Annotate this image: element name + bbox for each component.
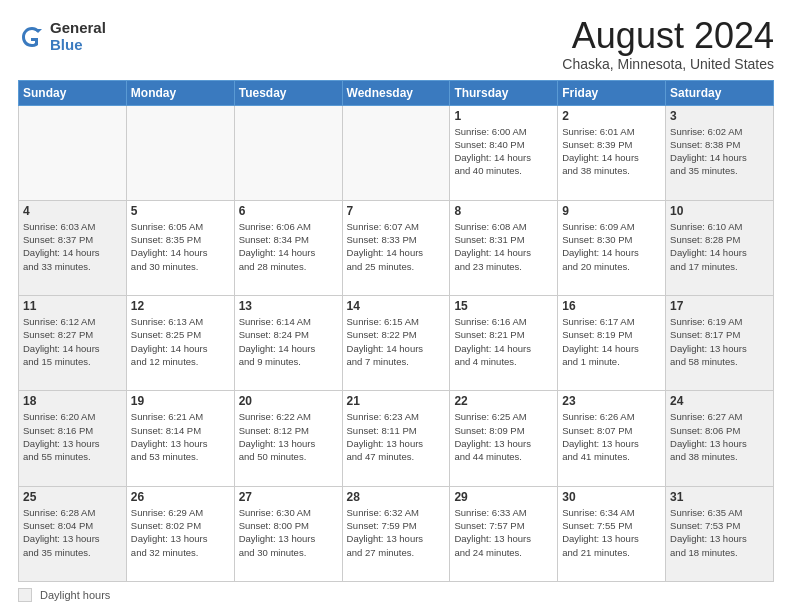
day-info: Sunrise: 6:35 AM Sunset: 7:53 PM Dayligh… xyxy=(670,506,769,559)
header-row: SundayMondayTuesdayWednesdayThursdayFrid… xyxy=(19,80,774,105)
day-info: Sunrise: 6:23 AM Sunset: 8:11 PM Dayligh… xyxy=(347,410,446,463)
calendar-cell: 1Sunrise: 6:00 AM Sunset: 8:40 PM Daylig… xyxy=(450,105,558,200)
calendar-cell: 24Sunrise: 6:27 AM Sunset: 8:06 PM Dayli… xyxy=(666,391,774,486)
day-info: Sunrise: 6:09 AM Sunset: 8:30 PM Dayligh… xyxy=(562,220,661,273)
day-number: 5 xyxy=(131,204,230,218)
day-number: 8 xyxy=(454,204,553,218)
calendar-cell: 21Sunrise: 6:23 AM Sunset: 8:11 PM Dayli… xyxy=(342,391,450,486)
week-row-3: 18Sunrise: 6:20 AM Sunset: 8:16 PM Dayli… xyxy=(19,391,774,486)
calendar-cell: 13Sunrise: 6:14 AM Sunset: 8:24 PM Dayli… xyxy=(234,296,342,391)
page: General Blue August 2024 Chaska, Minneso… xyxy=(0,0,792,612)
day-number: 6 xyxy=(239,204,338,218)
day-info: Sunrise: 6:01 AM Sunset: 8:39 PM Dayligh… xyxy=(562,125,661,178)
calendar-cell: 29Sunrise: 6:33 AM Sunset: 7:57 PM Dayli… xyxy=(450,486,558,581)
logo-blue-text: Blue xyxy=(50,37,106,54)
title-block: August 2024 Chaska, Minnesota, United St… xyxy=(562,16,774,72)
week-row-4: 25Sunrise: 6:28 AM Sunset: 8:04 PM Dayli… xyxy=(19,486,774,581)
calendar-cell: 23Sunrise: 6:26 AM Sunset: 8:07 PM Dayli… xyxy=(558,391,666,486)
calendar-cell: 18Sunrise: 6:20 AM Sunset: 8:16 PM Dayli… xyxy=(19,391,127,486)
logo-icon xyxy=(18,23,46,51)
day-info: Sunrise: 6:34 AM Sunset: 7:55 PM Dayligh… xyxy=(562,506,661,559)
subtitle: Chaska, Minnesota, United States xyxy=(562,56,774,72)
calendar-cell: 4Sunrise: 6:03 AM Sunset: 8:37 PM Daylig… xyxy=(19,200,127,295)
day-info: Sunrise: 6:16 AM Sunset: 8:21 PM Dayligh… xyxy=(454,315,553,368)
day-number: 26 xyxy=(131,490,230,504)
day-number: 22 xyxy=(454,394,553,408)
calendar-cell: 9Sunrise: 6:09 AM Sunset: 8:30 PM Daylig… xyxy=(558,200,666,295)
day-number: 4 xyxy=(23,204,122,218)
day-number: 10 xyxy=(670,204,769,218)
col-header-sunday: Sunday xyxy=(19,80,127,105)
day-info: Sunrise: 6:10 AM Sunset: 8:28 PM Dayligh… xyxy=(670,220,769,273)
calendar-cell xyxy=(234,105,342,200)
logo-general-text: General xyxy=(50,20,106,37)
day-info: Sunrise: 6:06 AM Sunset: 8:34 PM Dayligh… xyxy=(239,220,338,273)
logo: General Blue xyxy=(18,20,106,53)
day-number: 2 xyxy=(562,109,661,123)
day-info: Sunrise: 6:03 AM Sunset: 8:37 PM Dayligh… xyxy=(23,220,122,273)
day-number: 24 xyxy=(670,394,769,408)
day-number: 14 xyxy=(347,299,446,313)
legend-label: Daylight hours xyxy=(40,589,110,601)
day-info: Sunrise: 6:19 AM Sunset: 8:17 PM Dayligh… xyxy=(670,315,769,368)
day-info: Sunrise: 6:22 AM Sunset: 8:12 PM Dayligh… xyxy=(239,410,338,463)
day-number: 9 xyxy=(562,204,661,218)
calendar-cell: 14Sunrise: 6:15 AM Sunset: 8:22 PM Dayli… xyxy=(342,296,450,391)
day-info: Sunrise: 6:27 AM Sunset: 8:06 PM Dayligh… xyxy=(670,410,769,463)
week-row-0: 1Sunrise: 6:00 AM Sunset: 8:40 PM Daylig… xyxy=(19,105,774,200)
day-number: 30 xyxy=(562,490,661,504)
calendar-cell: 31Sunrise: 6:35 AM Sunset: 7:53 PM Dayli… xyxy=(666,486,774,581)
calendar-cell: 3Sunrise: 6:02 AM Sunset: 8:38 PM Daylig… xyxy=(666,105,774,200)
week-row-1: 4Sunrise: 6:03 AM Sunset: 8:37 PM Daylig… xyxy=(19,200,774,295)
day-number: 21 xyxy=(347,394,446,408)
calendar-cell xyxy=(19,105,127,200)
day-number: 13 xyxy=(239,299,338,313)
day-info: Sunrise: 6:30 AM Sunset: 8:00 PM Dayligh… xyxy=(239,506,338,559)
calendar-cell: 19Sunrise: 6:21 AM Sunset: 8:14 PM Dayli… xyxy=(126,391,234,486)
calendar-header: SundayMondayTuesdayWednesdayThursdayFrid… xyxy=(19,80,774,105)
col-header-wednesday: Wednesday xyxy=(342,80,450,105)
calendar-cell: 6Sunrise: 6:06 AM Sunset: 8:34 PM Daylig… xyxy=(234,200,342,295)
day-info: Sunrise: 6:29 AM Sunset: 8:02 PM Dayligh… xyxy=(131,506,230,559)
day-info: Sunrise: 6:17 AM Sunset: 8:19 PM Dayligh… xyxy=(562,315,661,368)
calendar-cell: 25Sunrise: 6:28 AM Sunset: 8:04 PM Dayli… xyxy=(19,486,127,581)
calendar-cell xyxy=(342,105,450,200)
day-number: 17 xyxy=(670,299,769,313)
day-number: 18 xyxy=(23,394,122,408)
calendar-cell: 27Sunrise: 6:30 AM Sunset: 8:00 PM Dayli… xyxy=(234,486,342,581)
day-number: 7 xyxy=(347,204,446,218)
day-number: 3 xyxy=(670,109,769,123)
day-number: 15 xyxy=(454,299,553,313)
header: General Blue August 2024 Chaska, Minneso… xyxy=(18,16,774,72)
day-info: Sunrise: 6:14 AM Sunset: 8:24 PM Dayligh… xyxy=(239,315,338,368)
calendar-cell: 2Sunrise: 6:01 AM Sunset: 8:39 PM Daylig… xyxy=(558,105,666,200)
day-info: Sunrise: 6:28 AM Sunset: 8:04 PM Dayligh… xyxy=(23,506,122,559)
calendar-cell xyxy=(126,105,234,200)
day-number: 19 xyxy=(131,394,230,408)
day-number: 29 xyxy=(454,490,553,504)
day-number: 23 xyxy=(562,394,661,408)
day-info: Sunrise: 6:15 AM Sunset: 8:22 PM Dayligh… xyxy=(347,315,446,368)
calendar-cell: 20Sunrise: 6:22 AM Sunset: 8:12 PM Dayli… xyxy=(234,391,342,486)
day-info: Sunrise: 6:07 AM Sunset: 8:33 PM Dayligh… xyxy=(347,220,446,273)
day-number: 28 xyxy=(347,490,446,504)
day-number: 31 xyxy=(670,490,769,504)
day-info: Sunrise: 6:21 AM Sunset: 8:14 PM Dayligh… xyxy=(131,410,230,463)
calendar-cell: 17Sunrise: 6:19 AM Sunset: 8:17 PM Dayli… xyxy=(666,296,774,391)
footer: Daylight hours xyxy=(18,588,774,602)
calendar-cell: 11Sunrise: 6:12 AM Sunset: 8:27 PM Dayli… xyxy=(19,296,127,391)
day-info: Sunrise: 6:33 AM Sunset: 7:57 PM Dayligh… xyxy=(454,506,553,559)
calendar-cell: 10Sunrise: 6:10 AM Sunset: 8:28 PM Dayli… xyxy=(666,200,774,295)
day-number: 12 xyxy=(131,299,230,313)
day-number: 16 xyxy=(562,299,661,313)
calendar-table: SundayMondayTuesdayWednesdayThursdayFrid… xyxy=(18,80,774,582)
day-info: Sunrise: 6:02 AM Sunset: 8:38 PM Dayligh… xyxy=(670,125,769,178)
day-info: Sunrise: 6:08 AM Sunset: 8:31 PM Dayligh… xyxy=(454,220,553,273)
calendar-cell: 12Sunrise: 6:13 AM Sunset: 8:25 PM Dayli… xyxy=(126,296,234,391)
day-number: 27 xyxy=(239,490,338,504)
day-info: Sunrise: 6:00 AM Sunset: 8:40 PM Dayligh… xyxy=(454,125,553,178)
calendar-cell: 30Sunrise: 6:34 AM Sunset: 7:55 PM Dayli… xyxy=(558,486,666,581)
main-title: August 2024 xyxy=(562,16,774,56)
calendar-cell: 28Sunrise: 6:32 AM Sunset: 7:59 PM Dayli… xyxy=(342,486,450,581)
day-number: 1 xyxy=(454,109,553,123)
